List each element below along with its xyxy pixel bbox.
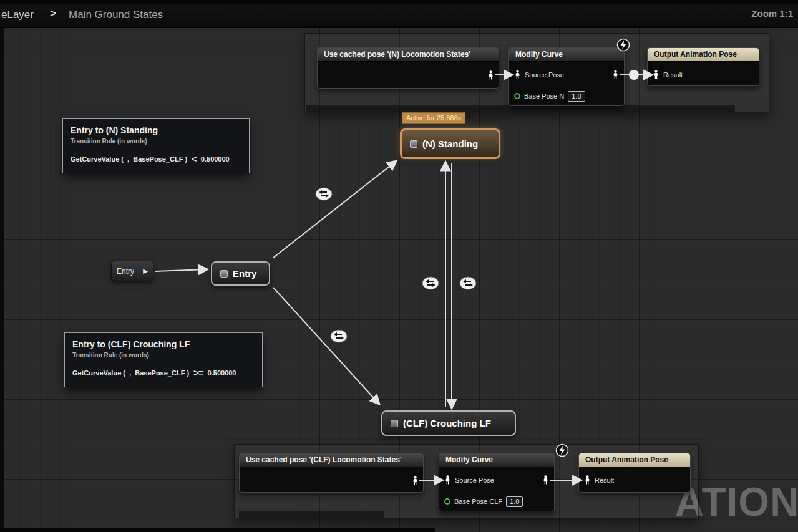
- bottom-panel-shadow: [239, 511, 384, 518]
- node-use-cached-pose-clf[interactable]: Use cached pose '(CLF) Locomotion States…: [239, 453, 424, 493]
- active-duration-tooltip: Active for 25.666s: [402, 112, 465, 124]
- tooltip-subtitle: Transition Rule (in words): [71, 138, 241, 145]
- transition-rule-icon[interactable]: [315, 187, 333, 203]
- pose-input-pin[interactable]: [444, 475, 451, 486]
- transition-rule-tooltip-crouching: Entry to (CLF) Crouching LF Transition R…: [64, 332, 263, 387]
- state-entry[interactable]: Entry: [211, 261, 270, 286]
- tooltip-rule-expression: GetCurveValue ( , BasePose_CLF ) < 0.500…: [71, 153, 241, 164]
- breadcrumb-parent[interactable]: eLayer: [1, 9, 34, 21]
- state-icon: [220, 270, 228, 278]
- pose-input-pin[interactable]: [514, 70, 521, 80]
- breadcrumb-current[interactable]: Main Ground States: [69, 9, 163, 21]
- result-input-pin[interactable]: [653, 70, 659, 80]
- float-pin[interactable]: [514, 93, 520, 99]
- tooltip-rule-expression: GetCurveValue ( , BasePose_CLF ) >= 0.50…: [72, 367, 255, 378]
- state-clf-crouching-lf[interactable]: (CLF) Crouching LF: [381, 410, 516, 436]
- pose-output-pin[interactable]: [412, 476, 419, 488]
- transition-rule-icon[interactable]: [422, 276, 439, 293]
- float-pin[interactable]: [444, 498, 450, 505]
- result-input-pin[interactable]: [584, 475, 591, 486]
- result-label: Result: [595, 476, 614, 484]
- breadcrumb-bar: eLayer > Main Ground States Zoom 1:1: [0, 4, 798, 28]
- state-icon: [410, 140, 417, 148]
- node-output-animation-pose-clf[interactable]: Output Animation Pose Result: [578, 453, 691, 493]
- node-output-animation-pose-n[interactable]: Output Animation Pose Result: [647, 47, 759, 86]
- node-title: Modify Curve: [439, 453, 554, 467]
- source-pose-label: Source Pose: [525, 71, 564, 79]
- transition-rule-icon[interactable]: [459, 276, 477, 293]
- tooltip-title: Entry to (CLF) Crouching LF: [72, 339, 255, 349]
- transition-rule-tooltip-standing: Entry to (N) Standing Transition Rule (i…: [62, 118, 250, 173]
- node-title: Output Animation Pose: [648, 48, 759, 62]
- pose-output-pin[interactable]: [542, 475, 549, 486]
- result-label: Result: [663, 71, 683, 79]
- node-title: Use cached pose '(CLF) Locomotion States…: [240, 453, 423, 467]
- fast-path-lightning-icon: [555, 443, 569, 460]
- node-title: Modify Curve: [509, 48, 624, 62]
- entry-point-label: Entry: [117, 267, 134, 276]
- fast-path-lightning-icon: [616, 38, 630, 54]
- state-n-standing[interactable]: (N) Standing: [400, 128, 500, 159]
- play-icon: ▶: [143, 268, 148, 274]
- node-title: Output Animation Pose: [579, 453, 690, 467]
- anim-graph-canvas[interactable]: eLayer > Main Ground States Zoom 1:1 ATI…: [0, 0, 798, 532]
- tooltip-subtitle: Transition Rule (in words): [72, 352, 255, 359]
- base-pose-value-field[interactable]: 1.0: [506, 496, 523, 507]
- source-pose-label: Source Pose: [455, 476, 494, 484]
- base-pose-value-field[interactable]: 1.0: [568, 91, 585, 102]
- tooltip-title: Entry to (N) Standing: [71, 125, 241, 135]
- node-modify-curve-clf[interactable]: Modify Curve Source Pose Base Pose CLF 1…: [439, 453, 555, 511]
- transition-rule-icon[interactable]: [330, 329, 348, 346]
- state-icon: [391, 420, 398, 427]
- pose-output-pin[interactable]: [612, 70, 619, 80]
- left-edge-strip: [0, 28, 4, 532]
- state-label: (CLF) Crouching LF: [403, 418, 491, 428]
- zoom-level: Zoom 1:1: [751, 8, 793, 19]
- node-use-cached-pose-n[interactable]: Use cached pose '(N) Locomotion States': [317, 47, 499, 89]
- node-title: Use cached pose '(N) Locomotion States': [318, 48, 499, 62]
- bottom-edge-strip: [0, 528, 435, 532]
- state-label: Entry: [233, 268, 256, 279]
- base-pose-label: Base Pose CLF: [454, 498, 502, 505]
- window-titlebar-sliver: [0, 0, 798, 4]
- base-pose-label: Base Pose N: [524, 92, 564, 100]
- state-label: (N) Standing: [422, 138, 478, 149]
- pose-output-pin[interactable]: [487, 70, 494, 82]
- breadcrumb-chevron-icon: >: [50, 7, 56, 20]
- node-modify-curve-n[interactable]: Modify Curve Source Pose Base Pose N 1.0: [508, 47, 625, 106]
- entry-point-node[interactable]: Entry ▶: [111, 261, 153, 281]
